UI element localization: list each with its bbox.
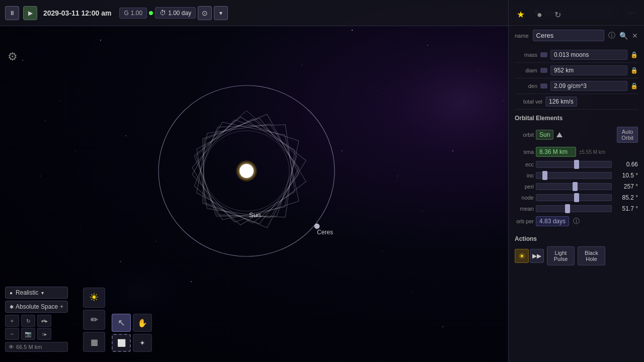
play-button[interactable]: ▶ <box>23 6 37 20</box>
space-selector[interactable]: ✱ Absolute Space + <box>5 301 68 313</box>
zoom-out-button[interactable]: − <box>5 328 19 340</box>
node-slider[interactable] <box>536 194 612 201</box>
den-value[interactable]: 2.09 g/cm^3 <box>550 81 627 91</box>
tab-star[interactable]: ★ <box>515 7 527 22</box>
inc-slider[interactable] <box>536 172 612 179</box>
inc-label: inc <box>515 172 534 178</box>
ecc-slider[interactable] <box>536 161 612 168</box>
realistic-icon: ● <box>10 290 13 296</box>
peri-slider-thumb[interactable] <box>573 182 578 191</box>
cursor-tool[interactable]: ↖ <box>112 314 131 332</box>
diam-lock-icon[interactable]: 🔒 <box>630 67 638 74</box>
diam-row: diam 952 km 🔒 <box>515 63 638 78</box>
ecc-label: ecc <box>515 161 534 167</box>
pause-button[interactable]: ⏸ <box>5 6 19 20</box>
g-value: 1.00 <box>131 10 142 17</box>
gravity-control[interactable]: G 1.00 <box>119 8 147 19</box>
den-row: den 2.09 g/cm^3 🔒 <box>515 78 638 94</box>
chart-button[interactable]: ▦ <box>83 332 105 352</box>
ecc-slider-thumb[interactable] <box>574 160 579 169</box>
arrow-action-icon[interactable]: ▶▶ <box>530 249 544 263</box>
inc-row: inc 10.5 ° <box>515 170 638 181</box>
diam-icon <box>540 68 547 73</box>
black-hole-button[interactable]: BlackHole <box>578 246 605 265</box>
dropdown-chevron-icon: ▾ <box>41 290 44 296</box>
info-button[interactable]: ⓘ <box>608 31 615 40</box>
stars-select-tool[interactable]: ✦ <box>133 334 152 352</box>
arrows-down-btn[interactable]: ↕▸ <box>37 328 51 340</box>
search-small-button[interactable]: 🔍 <box>619 32 628 40</box>
camera-button[interactable]: 📷 <box>21 328 35 340</box>
mass-lock-icon[interactable]: 🔒 <box>630 51 638 58</box>
orb-per-value[interactable]: 4.83 days <box>536 216 569 226</box>
orb-per-info-icon[interactable]: ⓘ <box>573 217 580 226</box>
name-value-display: Ceres <box>533 30 604 41</box>
time-value: 1.00 day <box>168 10 191 17</box>
gear-icon: ⚙ <box>8 50 18 63</box>
tab-orbit[interactable]: ↻ <box>552 8 563 22</box>
panel-tabs: ★ ● ↻ <box>509 4 644 26</box>
time-control[interactable]: ⏱ 1.00 day <box>155 7 196 19</box>
diam-value[interactable]: 952 km <box>550 65 627 75</box>
inc-slider-thumb[interactable] <box>542 171 547 180</box>
orbit-icon-btn[interactable]: ↻ <box>21 315 35 327</box>
peri-slider[interactable] <box>536 183 612 190</box>
sma-input[interactable]: 8.36 M km <box>536 147 576 157</box>
mean-row: mean 51.7 ° <box>515 203 638 214</box>
node-row: node 85.2 ° <box>515 192 638 203</box>
orbit-row: orbit Sun Auto Orbit <box>515 125 638 145</box>
actions-section: Actions ☀ ▶▶ LightPulse BlackHole <box>509 231 644 269</box>
target-button[interactable]: ⊙ <box>198 6 212 20</box>
den-label: den <box>515 83 537 89</box>
mean-slider[interactable] <box>536 205 612 212</box>
sun-action-icon[interactable]: ☀ <box>515 249 529 263</box>
orbit-up-triangle[interactable] <box>556 132 562 137</box>
arrows-right-btn[interactable]: ⇄▸ <box>37 315 51 327</box>
hand-tool[interactable]: ✋ <box>133 314 152 332</box>
auto-orbit-button[interactable]: Auto Orbit <box>617 127 638 143</box>
inc-value: 10.5 ° <box>614 172 638 179</box>
zoom-in-button[interactable]: + <box>5 315 19 327</box>
sma-label: sma <box>515 149 534 155</box>
name-property-label: name <box>515 33 529 39</box>
mean-label: mean <box>515 206 534 212</box>
dropdown-button[interactable]: ▾ <box>214 6 228 20</box>
node-value: 85.2 ° <box>614 194 638 201</box>
actions-title: Actions <box>515 235 638 242</box>
sun-button[interactable]: ☀ <box>83 288 105 308</box>
settings-gear-button[interactable]: ⚙ <box>8 50 18 63</box>
eraser-button[interactable]: ✏ <box>83 310 105 330</box>
add-icon: + <box>60 303 63 310</box>
eye-icon: 👁 <box>9 344 14 350</box>
tab-circle[interactable]: ● <box>535 8 544 22</box>
total-vel-label: total vel <box>515 99 542 105</box>
ecc-row: ecc 0.66 <box>515 159 638 170</box>
icon-panel: ☀ ✏ ▦ <box>83 288 105 352</box>
mean-slider-thumb[interactable] <box>565 204 570 213</box>
panel-header: name Ceres ⓘ 🔍 ✕ <box>509 26 644 45</box>
distance-display: 👁 66.5 M km <box>5 342 68 352</box>
space-icon: ✱ <box>10 304 14 310</box>
select-rect-tool[interactable]: ⬜ <box>112 334 131 352</box>
solar-system-view[interactable]: Sun Ceres <box>101 45 377 297</box>
mode-selector[interactable]: ● Realistic ▾ <box>5 287 68 299</box>
main-content: ⏸ ▶ 2029-03-11 12:00 am G 1.00 ⏱ 1.00 da… <box>0 0 644 362</box>
ecc-value: 0.66 <box>614 161 638 168</box>
action-icons: ☀ ▶▶ <box>515 249 544 263</box>
datetime-display: 2029-03-11 12:00 am <box>43 9 111 17</box>
right-panel: ★ ● ↻ name Ceres ⓘ 🔍 ✕ mass 0.013 moons … <box>508 0 644 362</box>
g-label: G <box>124 10 128 17</box>
light-pulse-button[interactable]: LightPulse <box>547 246 575 265</box>
close-panel-button[interactable]: ✕ <box>632 32 638 40</box>
mean-value: 51.7 ° <box>614 205 638 212</box>
diam-label: diam <box>515 67 537 73</box>
zoom-controls: + ↻ ⇄▸ − 📷 ↕▸ <box>5 315 68 340</box>
total-vel-row: total vel 126 km/s <box>515 94 638 110</box>
den-lock-icon[interactable]: 🔒 <box>630 82 638 89</box>
mass-value[interactable]: 0.013 moons <box>550 50 627 60</box>
orbit-value[interactable]: Sun <box>536 130 553 140</box>
total-vel-value[interactable]: 126 km/s <box>545 97 577 107</box>
node-slider-thumb[interactable] <box>574 193 579 202</box>
peri-value: 257 ° <box>614 183 638 190</box>
mass-icon <box>540 52 547 57</box>
